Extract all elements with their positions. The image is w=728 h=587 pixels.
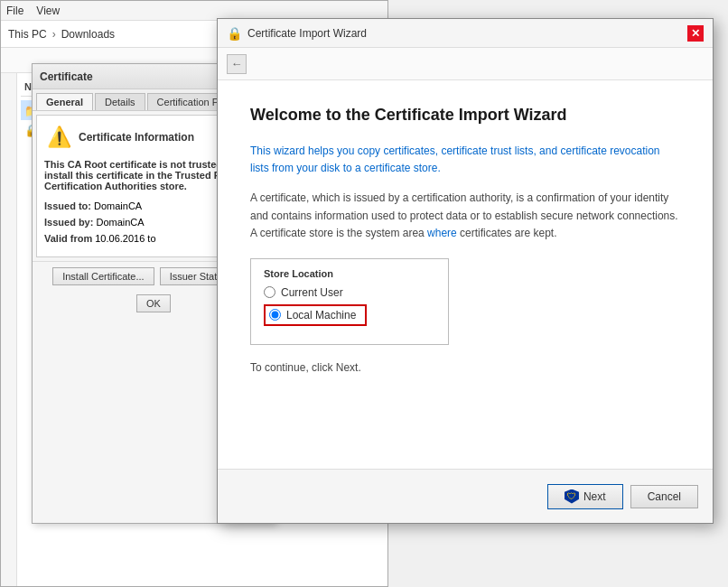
store-location-group: Store Location Current User Local Machin…: [250, 258, 449, 345]
cancel-button[interactable]: Cancel: [630, 485, 698, 508]
issued-by-value: DomainCA: [96, 217, 144, 228]
radio-local-machine[interactable]: [269, 309, 281, 321]
wizard-title-left: 🔒 Certificate Import Wizard: [227, 26, 367, 41]
desc2-part2: certificates are kept.: [460, 227, 556, 239]
valid-from-label: Valid from: [44, 233, 92, 244]
ok-button[interactable]: OK: [136, 294, 171, 312]
radio-local-machine-label: Local Machine: [286, 309, 356, 321]
back-button[interactable]: ←: [227, 54, 247, 74]
breadcrumb-separator: ›: [52, 28, 56, 41]
store-location-legend: Store Location: [264, 268, 435, 279]
wizard-footer: 🛡 Next Cancel: [218, 469, 713, 523]
wizard-title-icon: 🔒: [227, 26, 242, 41]
radio-local-machine-row[interactable]: Local Machine: [264, 304, 435, 326]
menu-file[interactable]: File: [6, 5, 23, 17]
wizard-dialog: 🔒 Certificate Import Wizard ✕ ← Welcome …: [217, 18, 714, 524]
wizard-description-2: A certificate, which is issued by a cert…: [250, 190, 680, 242]
wizard-nav-bar: ←: [218, 48, 713, 80]
breadcrumb-downloads: Downloads: [61, 28, 115, 41]
menu-view[interactable]: View: [36, 5, 60, 17]
issued-to-value: DomainCA: [94, 200, 142, 211]
cert-error-icon: ⚠️: [44, 123, 73, 152]
wizard-close-button[interactable]: ✕: [687, 25, 704, 42]
radio-current-user[interactable]: [264, 286, 275, 298]
wizard-titlebar: 🔒 Certificate Import Wizard ✕: [218, 19, 713, 48]
tab-details[interactable]: Details: [95, 93, 145, 110]
issued-to-label: Issued to:: [44, 200, 91, 211]
radio-local-machine-selected-box: Local Machine: [264, 304, 367, 326]
next-button[interactable]: 🛡 Next: [547, 484, 623, 509]
wizard-description-1: This wizard helps you copy certificates,…: [250, 143, 680, 177]
tab-general[interactable]: General: [36, 93, 93, 110]
cert-dialog-title-text: Certificate: [40, 70, 93, 83]
next-button-label: Next: [583, 490, 606, 503]
cert-info-title: Certificate Information: [79, 131, 194, 144]
radio-current-user-label: Current User: [281, 286, 343, 299]
wizard-continue-text: To continue, click Next.: [250, 361, 680, 374]
shield-icon: 🛡: [565, 489, 579, 504]
wizard-heading: Welcome to the Certificate Import Wizard: [250, 106, 680, 125]
wizard-title-text: Certificate Import Wizard: [247, 27, 367, 40]
radio-current-user-row[interactable]: Current User: [264, 286, 435, 299]
wizard-content: Welcome to the Certificate Import Wizard…: [218, 80, 713, 469]
desc2-blue: where: [427, 227, 457, 239]
install-certificate-button[interactable]: Install Certificate...: [52, 267, 154, 285]
explorer-sidebar: [1, 73, 17, 586]
issued-by-label: Issued by:: [44, 217, 93, 228]
valid-from-value: 10.06.2016 to: [95, 233, 155, 244]
breadcrumb-thispc: This PC: [8, 28, 47, 41]
